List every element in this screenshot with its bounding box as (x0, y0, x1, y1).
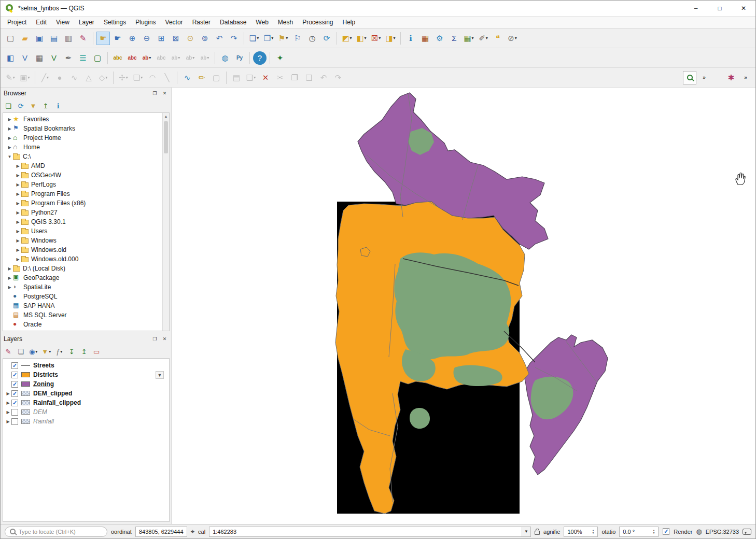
browser-item-geopackage[interactable]: ▶GeoPackage (3, 273, 162, 282)
layer-checkbox[interactable]: ✓ (11, 362, 18, 369)
crs-globe-icon[interactable]: ◍ (696, 528, 702, 535)
browser-item-program-files[interactable]: ▶Program Files (3, 189, 162, 198)
expander-icon[interactable]: ▶ (15, 229, 21, 234)
dropdown-arrow-icon[interactable]: ▾ (35, 349, 37, 354)
select-features-by-value-button[interactable]: ◧▾ (355, 32, 368, 45)
browser-item-project-home[interactable]: ▶Project Home (3, 133, 162, 143)
identify-features-button[interactable]: ℹ (404, 32, 417, 45)
layers-float-icon[interactable]: ❐ (151, 335, 159, 343)
select-features-button[interactable]: ◩▾ (340, 32, 354, 45)
browser-item-python27[interactable]: ▶Python27 (3, 208, 162, 217)
browser-item-users[interactable]: ▶Users (3, 226, 162, 236)
add-vector-layer-button[interactable]: V (18, 51, 32, 65)
layer-checkbox[interactable] (11, 409, 18, 416)
layer-checkbox[interactable]: ✓ (11, 381, 18, 388)
expander-icon[interactable]: ▼ (6, 154, 13, 159)
browser-item-home[interactable]: ▶Home (3, 143, 162, 152)
new-shapefile-layer-button[interactable]: V (47, 51, 61, 65)
expander-icon[interactable]: ▶ (6, 117, 13, 122)
dropdown-arrow-icon[interactable]: ▾ (486, 36, 488, 40)
layer-item-dem[interactable]: ▶DEM (3, 407, 169, 417)
menu-item-project[interactable]: Project (3, 17, 31, 28)
open-attribute-table-button[interactable]: ▦▾ (462, 32, 475, 45)
select-by-expression-button[interactable]: ◨▾ (384, 32, 397, 45)
refresh-browser-button[interactable]: ⟳ (15, 100, 26, 111)
collapse-all-layers-button[interactable]: ↥ (78, 346, 90, 357)
zoom-to-layer-button[interactable]: ⊚ (198, 32, 212, 45)
new-map-view-button[interactable]: ❏▾ (247, 32, 261, 45)
locator-search-button[interactable] (683, 71, 696, 84)
browser-item-favorites[interactable]: ▶Favorites (3, 115, 162, 124)
zoom-to-selection-button[interactable]: ⊙ (184, 32, 197, 45)
menu-item-settings[interactable]: Settings (99, 17, 131, 28)
menu-item-edit[interactable]: Edit (31, 17, 51, 28)
expander-icon[interactable]: ▶ (15, 257, 21, 262)
filter-legend-button[interactable]: ▼▾ (40, 346, 52, 357)
browser-item-oracle[interactable]: Oracle (3, 320, 162, 329)
toolbar-extension-2-button[interactable]: » (739, 71, 752, 84)
zoom-full-button[interactable]: ⊠ (169, 32, 183, 45)
browser-item-windows-old-000[interactable]: ▶Windows.old.000 (3, 254, 162, 264)
expander-icon[interactable]: ▶ (6, 136, 13, 140)
zoom-last-button[interactable]: ↶ (213, 32, 226, 45)
measure-line-button[interactable]: ✐▾ (477, 32, 490, 45)
zoom-native-button[interactable]: ⊞ (155, 32, 168, 45)
remove-layer-button[interactable]: ▭ (91, 346, 102, 357)
dropdown-arrow-icon[interactable]: ▾ (141, 75, 143, 80)
layer-item-dem-clipped[interactable]: ▶✓DEM_clipped (3, 389, 169, 398)
layer-checkbox[interactable] (11, 418, 18, 425)
pin-unpin-labels-button[interactable]: ab▾ (140, 51, 153, 65)
temporal-controller-button[interactable]: ◷ (305, 32, 319, 45)
expander-icon[interactable]: ▶ (6, 126, 13, 131)
dropdown-arrow-icon[interactable]: ▾ (47, 75, 49, 80)
search-tool-button[interactable]: ⊘▾ (506, 32, 519, 45)
layers-close-icon[interactable]: ✕ (161, 335, 169, 343)
extents-toggle-icon[interactable]: ⌖ (191, 528, 194, 536)
dropdown-arrow-icon[interactable]: ▾ (515, 36, 517, 40)
menu-item-database[interactable]: Database (215, 17, 251, 28)
style-manager-button[interactable]: ✎ (76, 32, 90, 45)
layer-checkbox[interactable]: ✓ (11, 400, 18, 406)
browser-item-c[interactable]: ▼C:\ (3, 152, 162, 161)
toggle-editing-button[interactable]: ✏ (195, 71, 208, 84)
options-button[interactable]: ⚙ (433, 32, 446, 45)
browser-float-icon[interactable]: ❐ (151, 90, 159, 97)
browser-item-amd[interactable]: ▶AMD (3, 161, 162, 171)
maximize-icon[interactable]: □ (708, 1, 732, 16)
refresh-map-button[interactable]: ⟳ (320, 32, 333, 45)
layer-item-rainfall[interactable]: ▶Rainfall (3, 417, 169, 426)
close-icon[interactable]: ✕ (732, 1, 755, 16)
layer-diagrams-button[interactable]: abc (125, 51, 139, 65)
pan-to-selection-button[interactable]: ☛ (111, 32, 124, 45)
dropdown-arrow-icon[interactable]: ▾ (149, 55, 151, 60)
minimize-icon[interactable]: – (684, 1, 708, 16)
expander-icon[interactable]: ▶ (6, 266, 13, 271)
layer-checkbox[interactable]: ✓ (11, 390, 18, 397)
crs-label[interactable]: EPSG:32733 (706, 529, 739, 535)
expander-icon[interactable]: ▶ (5, 391, 11, 396)
dropdown-arrow-icon[interactable]: ▾ (365, 36, 367, 40)
open-project-button[interactable]: ▰ (18, 32, 32, 45)
expander-icon[interactable]: ▶ (15, 248, 21, 252)
scroll-thumb[interactable] (164, 121, 168, 153)
add-raster-layer-button[interactable]: ▦ (33, 51, 46, 65)
python-console-button[interactable]: Py (233, 51, 246, 65)
browser-item-ms-sql-server[interactable]: MS SQL Server (3, 310, 162, 320)
magnifier-spinner[interactable]: 100% ▲▼ (564, 527, 598, 537)
coordinate-input[interactable]: 843805, 6229444 (135, 527, 187, 537)
expander-icon[interactable]: ▶ (5, 410, 11, 415)
dropdown-arrow-icon[interactable]: ▾ (254, 75, 256, 80)
menu-item-vector[interactable]: Vector (161, 17, 188, 28)
expander-icon[interactable]: ▶ (15, 173, 21, 178)
open-layer-styling-button[interactable]: ✎ (3, 346, 14, 357)
browser-item-qgis-3-30-1[interactable]: ▶QGIS 3.30.1 (3, 217, 162, 226)
layer-item-rainfall-clipped[interactable]: ▶✓Rainfall_clipped (3, 398, 169, 407)
zoom-in-button[interactable]: ⊕ (125, 32, 139, 45)
expander-icon[interactable]: ▶ (15, 220, 21, 224)
new-3d-map-view-button[interactable]: ❐▾ (262, 32, 275, 45)
spinner-arrows-icon[interactable]: ▲▼ (592, 529, 594, 534)
collapse-all-button[interactable]: ↥ (40, 100, 51, 111)
dropdown-arrow-icon[interactable]: ▾ (286, 36, 288, 40)
rotation-spinner[interactable]: 0.0 ° ▲▼ (619, 527, 659, 537)
browser-item-spatialite[interactable]: ▶SpatiaLite (3, 282, 162, 292)
